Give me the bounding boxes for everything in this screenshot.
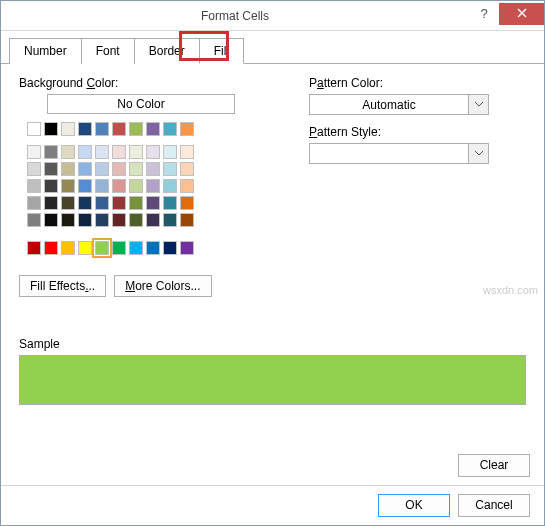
color-swatch[interactable] (44, 241, 58, 255)
color-swatch[interactable] (112, 241, 126, 255)
tab-font[interactable]: Font (81, 38, 135, 64)
color-swatch[interactable] (112, 162, 126, 176)
chevron-down-icon (468, 95, 488, 114)
tab-border[interactable]: Border (134, 38, 200, 64)
no-color-button[interactable]: No Color (47, 94, 235, 114)
theme-color-grid (27, 122, 269, 227)
color-swatch[interactable] (95, 241, 109, 255)
color-swatch[interactable] (78, 145, 92, 159)
color-swatch[interactable] (146, 213, 160, 227)
sample-fill (20, 356, 525, 404)
color-swatch[interactable] (61, 241, 75, 255)
close-button[interactable] (499, 3, 544, 25)
ok-button[interactable]: OK (378, 494, 450, 517)
color-swatch[interactable] (95, 162, 109, 176)
color-swatch[interactable] (27, 162, 41, 176)
color-swatch[interactable] (61, 179, 75, 193)
color-swatch[interactable] (146, 145, 160, 159)
sample-section: Sample (19, 337, 526, 405)
color-swatch[interactable] (146, 196, 160, 210)
color-swatch[interactable] (146, 179, 160, 193)
color-swatch[interactable] (163, 241, 177, 255)
color-swatch[interactable] (44, 213, 58, 227)
color-swatch[interactable] (129, 196, 143, 210)
clear-button[interactable]: Clear (458, 454, 530, 477)
color-swatch[interactable] (146, 241, 160, 255)
color-swatch[interactable] (129, 145, 143, 159)
color-swatch[interactable] (95, 145, 109, 159)
color-swatch[interactable] (61, 196, 75, 210)
chevron-down-icon (468, 144, 488, 163)
bgcolor-label: Background Color: (19, 76, 269, 90)
color-swatch[interactable] (180, 241, 194, 255)
cancel-button[interactable]: Cancel (458, 494, 530, 517)
color-swatch[interactable] (78, 213, 92, 227)
color-swatch[interactable] (44, 122, 58, 136)
sample-box (19, 355, 526, 405)
color-swatch[interactable] (78, 196, 92, 210)
color-swatch[interactable] (27, 241, 41, 255)
color-swatch[interactable] (180, 179, 194, 193)
color-swatch[interactable] (163, 179, 177, 193)
pattern-style-label: Pattern Style: (309, 125, 526, 139)
color-swatch[interactable] (112, 196, 126, 210)
tab-content-fill: Background Color: No Color Fill Effects.… (1, 64, 544, 446)
color-swatch[interactable] (61, 213, 75, 227)
color-swatch[interactable] (78, 122, 92, 136)
color-swatch[interactable] (44, 145, 58, 159)
color-swatch[interactable] (61, 145, 75, 159)
tab-strip: Number Font Border Fill (1, 31, 544, 64)
more-colors-button[interactable]: More Colors... (114, 275, 211, 297)
color-swatch[interactable] (27, 196, 41, 210)
color-swatch[interactable] (146, 162, 160, 176)
color-swatch[interactable] (146, 122, 160, 136)
fill-effects-button[interactable]: Fill Effects... (19, 275, 106, 297)
color-swatch[interactable] (112, 213, 126, 227)
color-swatch[interactable] (180, 196, 194, 210)
color-swatch[interactable] (44, 196, 58, 210)
help-button[interactable]: ? (469, 3, 499, 25)
bgcolor-label-text: Background Color: (19, 76, 118, 90)
color-swatch[interactable] (129, 241, 143, 255)
color-swatch[interactable] (112, 179, 126, 193)
color-swatch[interactable] (163, 145, 177, 159)
color-swatch[interactable] (95, 213, 109, 227)
color-swatch[interactable] (129, 213, 143, 227)
color-swatch[interactable] (78, 179, 92, 193)
color-swatch[interactable] (112, 122, 126, 136)
color-swatch[interactable] (27, 213, 41, 227)
color-swatch[interactable] (163, 122, 177, 136)
color-swatch[interactable] (44, 179, 58, 193)
color-swatch[interactable] (180, 122, 194, 136)
color-swatch[interactable] (129, 162, 143, 176)
pattern-style-select[interactable] (309, 143, 489, 164)
standard-color-row (27, 241, 269, 255)
color-swatch[interactable] (27, 145, 41, 159)
color-swatch[interactable] (78, 241, 92, 255)
color-swatch[interactable] (44, 162, 58, 176)
color-swatch[interactable] (129, 122, 143, 136)
color-swatch[interactable] (61, 122, 75, 136)
tab-number[interactable]: Number (9, 38, 82, 64)
dialog-title: Format Cells (1, 9, 469, 23)
pattern-color-label: Pattern Color: (309, 76, 526, 90)
color-swatch[interactable] (95, 122, 109, 136)
footer-okcancel: OK Cancel (1, 485, 544, 525)
close-icon (517, 7, 527, 21)
color-swatch[interactable] (129, 179, 143, 193)
color-swatch[interactable] (163, 162, 177, 176)
color-swatch[interactable] (95, 179, 109, 193)
color-swatch[interactable] (27, 122, 41, 136)
color-swatch[interactable] (78, 162, 92, 176)
color-swatch[interactable] (180, 162, 194, 176)
color-swatch[interactable] (163, 196, 177, 210)
color-swatch[interactable] (180, 213, 194, 227)
pattern-color-select[interactable]: Automatic (309, 94, 489, 115)
color-swatch[interactable] (112, 145, 126, 159)
color-swatch[interactable] (27, 179, 41, 193)
color-swatch[interactable] (163, 213, 177, 227)
color-swatch[interactable] (61, 162, 75, 176)
color-swatch[interactable] (180, 145, 194, 159)
tab-fill[interactable]: Fill (199, 38, 244, 64)
color-swatch[interactable] (95, 196, 109, 210)
